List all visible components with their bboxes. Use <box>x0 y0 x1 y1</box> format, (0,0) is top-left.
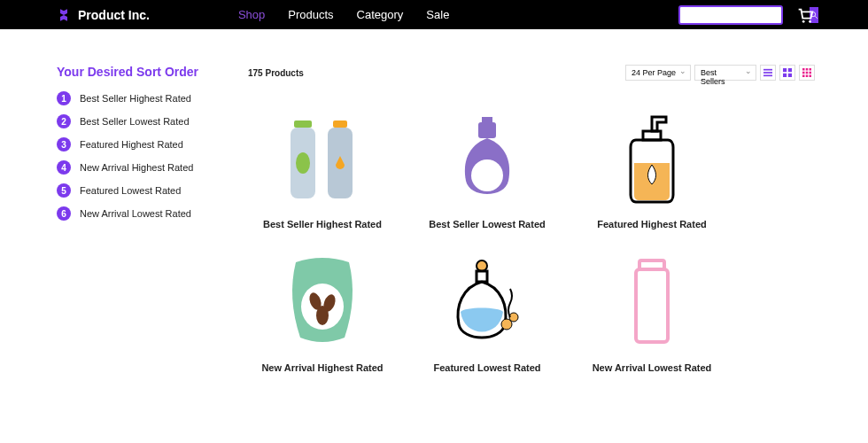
svg-rect-16 <box>810 72 812 74</box>
sidebar: Your Desired Sort Order 1Best Seller Hig… <box>57 65 221 373</box>
product-title: Featured Lowest Rated <box>413 362 562 373</box>
nav-products[interactable]: Products <box>288 8 333 21</box>
product-title: Best Seller Highest Rated <box>248 219 397 229</box>
header: Product Inc. Shop Products Category Sale <box>0 0 868 29</box>
svg-point-33 <box>477 260 487 271</box>
product-title: Best Seller Lowest Rated <box>413 219 562 229</box>
product-thumb <box>413 249 562 355</box>
grid-small-icon <box>802 68 811 77</box>
product-card[interactable]: Featured Highest Rated <box>577 105 726 229</box>
nav-category[interactable]: Category <box>357 8 404 21</box>
svg-rect-23 <box>333 120 347 128</box>
svg-point-3 <box>809 19 811 22</box>
product-card[interactable]: New Arrival Lowest Rated <box>577 249 726 373</box>
sort-item-4[interactable]: 4New Arrival Highest Rated <box>57 160 221 175</box>
svg-rect-26 <box>478 122 496 138</box>
product-card[interactable]: Best Seller Highest Rated <box>248 105 397 229</box>
product-card[interactable]: Best Seller Lowest Rated <box>413 105 562 229</box>
svg-rect-13 <box>810 68 812 71</box>
svg-rect-6 <box>763 75 772 77</box>
perfume-icon <box>443 110 531 207</box>
view-grid-button[interactable] <box>779 65 795 81</box>
toolbar-controls: 24 Per Page Best Sellers <box>625 65 815 81</box>
product-grid: Best Seller Highest Rated Best Seller Lo… <box>248 105 726 373</box>
search-input[interactable] <box>680 7 810 23</box>
product-title: Featured Highest Rated <box>577 219 726 229</box>
sort-item-5[interactable]: 5Featured Lowest Rated <box>57 183 221 198</box>
sort-item-6[interactable]: 6New Arrival Lowest Rated <box>57 206 221 221</box>
product-title: New Arrival Lowest Rated <box>577 362 726 373</box>
svg-rect-15 <box>806 72 809 74</box>
grid-icon <box>783 68 792 77</box>
product-count: 175 Products <box>248 68 304 78</box>
product-thumb <box>248 105 397 212</box>
number-badge: 3 <box>57 137 71 152</box>
view-grid-small-button[interactable] <box>799 65 815 81</box>
product-thumb <box>577 249 726 355</box>
svg-rect-11 <box>802 68 805 71</box>
sort-label: Featured Lowest Rated <box>80 185 181 196</box>
svg-rect-14 <box>802 72 805 74</box>
svg-point-2 <box>802 19 805 22</box>
svg-rect-9 <box>783 74 787 77</box>
search-box <box>678 5 783 25</box>
sort-label: Featured Highest Rated <box>80 139 183 150</box>
main: Your Desired Sort Order 1Best Seller Hig… <box>0 29 868 373</box>
svg-rect-20 <box>294 120 312 128</box>
logo-icon <box>57 8 71 22</box>
number-badge: 2 <box>57 114 71 128</box>
svg-rect-4 <box>763 69 772 71</box>
product-thumb <box>248 249 397 355</box>
svg-rect-34 <box>477 271 487 282</box>
pump-bottle-icon <box>608 110 696 207</box>
per-page-select[interactable]: 24 Per Page <box>625 65 691 81</box>
nav: Shop Products Category Sale <box>238 8 449 21</box>
number-badge: 6 <box>57 206 71 221</box>
product-title: New Arrival Highest Rated <box>248 362 397 373</box>
header-right <box>678 5 815 25</box>
nav-sale[interactable]: Sale <box>426 8 449 21</box>
product-card[interactable]: New Arrival Highest Rated <box>248 249 397 373</box>
product-thumb <box>413 105 562 212</box>
view-list-button[interactable] <box>760 65 776 81</box>
number-badge: 4 <box>57 160 71 175</box>
svg-rect-19 <box>810 75 812 78</box>
svg-rect-12 <box>806 68 809 71</box>
svg-rect-17 <box>802 75 805 78</box>
bottles-icon <box>278 110 367 207</box>
list-icon <box>763 68 772 77</box>
svg-rect-25 <box>482 117 492 122</box>
svg-rect-38 <box>636 269 668 342</box>
sort-label: Best Seller Lowest Rated <box>80 116 190 127</box>
sidebar-title: Your Desired Sort Order <box>57 65 221 79</box>
svg-rect-8 <box>788 68 792 72</box>
potion-icon <box>443 253 531 351</box>
svg-line-1 <box>815 16 818 19</box>
sort-label: New Arrival Lowest Rated <box>80 208 191 219</box>
svg-rect-7 <box>783 68 787 72</box>
svg-point-32 <box>316 306 329 325</box>
sort-label: Best Seller Highest Rated <box>80 93 191 104</box>
brand-name: Product Inc. <box>78 8 150 22</box>
svg-rect-18 <box>806 75 809 78</box>
number-badge: 5 <box>57 183 71 198</box>
logo[interactable]: Product Inc. <box>57 8 150 22</box>
seeds-pouch-icon <box>278 253 367 351</box>
product-card[interactable]: Featured Lowest Rated <box>413 249 562 373</box>
sort-label: New Arrival Highest Rated <box>80 162 193 173</box>
svg-rect-10 <box>788 74 792 77</box>
svg-point-22 <box>296 152 310 174</box>
content: 175 Products 24 Per Page Best Sellers Be… <box>248 65 868 373</box>
sort-item-3[interactable]: 3Featured Highest Rated <box>57 137 221 152</box>
product-thumb <box>577 105 726 212</box>
number-badge: 1 <box>57 91 71 105</box>
svg-point-27 <box>471 159 503 191</box>
nav-shop[interactable]: Shop <box>238 8 265 21</box>
sort-select[interactable]: Best Sellers <box>694 65 756 81</box>
svg-rect-5 <box>763 72 772 74</box>
toolbar: 175 Products 24 Per Page Best Sellers <box>248 65 815 81</box>
sort-item-2[interactable]: 2Best Seller Lowest Rated <box>57 114 221 128</box>
cart-icon[interactable] <box>795 5 815 25</box>
sort-item-1[interactable]: 1Best Seller Highest Rated <box>57 91 221 105</box>
tube-icon <box>608 253 696 351</box>
